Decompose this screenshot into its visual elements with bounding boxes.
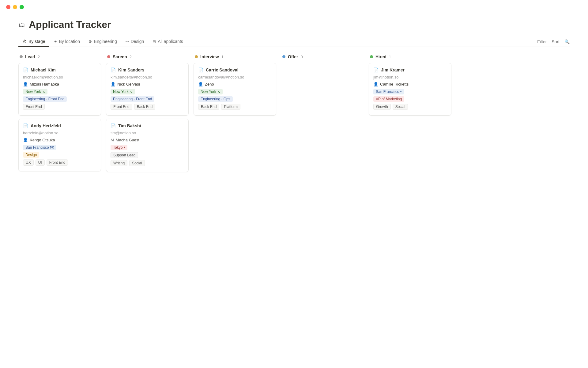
card-tim-bakshi[interactable]: 📄 Tim Bakshi tim@notion.so M Macha Guest… <box>106 119 189 172</box>
interview-column-name: Interview <box>200 54 219 59</box>
screen-dot <box>107 55 110 58</box>
skills-row: Back End Platform <box>198 104 272 110</box>
tags-row: San Francisco 🗺 <box>23 145 96 150</box>
offer-dot <box>282 55 285 58</box>
column-screen-header: Screen 2 <box>106 54 189 59</box>
skill-tag[interactable]: Front End <box>23 104 45 110</box>
role-tag[interactable]: VP of Marketing <box>373 96 404 102</box>
skill-tag[interactable]: UI <box>36 159 45 166</box>
screen-column-name: Screen <box>113 54 127 59</box>
column-offer: Offer 0 <box>281 54 364 175</box>
location-tag[interactable]: New York ↘ <box>23 89 47 94</box>
role-row: Engineering - Front End <box>23 96 96 102</box>
role-row: Design <box>23 152 96 158</box>
card-person-row: M Macha Guest <box>111 138 184 142</box>
column-interview-header: Interview 1 <box>194 54 276 59</box>
card-email: hertzfeld@notion.so <box>23 131 96 135</box>
skill-tag[interactable]: Back End <box>198 104 219 110</box>
skill-tag[interactable]: UX <box>23 159 34 166</box>
filter-button[interactable]: Filter <box>537 39 547 44</box>
doc-icon: 📄 <box>23 67 28 72</box>
card-andy-hertzfeld[interactable]: 📄 Andy Hertzfeld hertzfeld@notion.so 👤 K… <box>18 119 101 171</box>
tab-bar-right: Filter Sort 🔍 <box>537 39 570 44</box>
role-tag[interactable]: Design <box>23 152 39 158</box>
location-tag[interactable]: New York ↘ <box>111 89 135 94</box>
card-jim-kramer[interactable]: 📄 Jim Kramer jim@notion.so 👤 Camille Ric… <box>369 63 451 116</box>
search-button[interactable]: 🔍 <box>564 39 570 44</box>
location-tag[interactable]: San Francisco • <box>373 89 404 94</box>
skill-tag[interactable]: Growth <box>373 104 391 110</box>
tab-engineering[interactable]: ⚙ Engineering <box>84 36 121 47</box>
close-button[interactable] <box>6 5 10 9</box>
tab-design-label: Design <box>131 39 144 44</box>
sort-button[interactable]: Sort <box>552 39 560 44</box>
doc-icon: 📄 <box>198 67 203 72</box>
skill-tag[interactable]: Back End <box>134 104 155 110</box>
card-michael-kim[interactable]: 📄 Michael Kim michaelkim@notion.so 👤 Miz… <box>18 63 101 116</box>
doc-icon: 📄 <box>373 67 379 72</box>
skill-tag[interactable]: Social <box>129 160 145 166</box>
location-tag[interactable]: San Francisco 🗺 <box>23 145 56 150</box>
page: 🗂 Applicant Tracker ⏱ By stage ✈ By loca… <box>0 9 588 181</box>
card-kim-sanders[interactable]: 📄 Kim Sanders kim.sanders@notion.so 👤 Ni… <box>106 63 189 116</box>
card-name: Kim Sanders <box>118 67 145 72</box>
design-icon: ✏ <box>126 39 129 44</box>
lead-column-count: 2 <box>38 55 40 59</box>
location-tag[interactable]: Tokyo • <box>111 145 127 150</box>
tab-bar: ⏱ By stage ✈ By location ⚙ Engineering ✏… <box>18 36 570 47</box>
tags-row: Tokyo • <box>111 145 184 150</box>
minimize-button[interactable] <box>13 5 17 9</box>
role-tag[interactable]: Support Lead <box>111 152 138 158</box>
column-interview: Interview 1 📄 Carrie Sandoval carriesand… <box>194 54 276 175</box>
by-location-icon: ✈ <box>54 39 57 44</box>
card-email: jim@notion.so <box>373 75 447 79</box>
tab-by-stage[interactable]: ⏱ By stage <box>18 36 49 47</box>
role-row: Engineering - Front End <box>111 96 184 102</box>
skills-row: UX UI Front End <box>23 159 96 166</box>
column-hired: Hired 1 📄 Jim Kramer jim@notion.so 👤 Cam… <box>369 54 451 175</box>
skills-row: Writing Social <box>111 160 184 166</box>
tab-by-location[interactable]: ✈ By location <box>49 36 84 47</box>
card-email: kim.sanders@notion.so <box>111 75 184 79</box>
location-tag[interactable]: New York ↘ <box>198 89 223 94</box>
card-carrie-sandoval[interactable]: 📄 Carrie Sandoval carriesandoval@notion.… <box>194 63 276 116</box>
skill-tag[interactable]: Social <box>393 104 408 110</box>
tab-all-applicants-label: All applicants <box>158 39 183 44</box>
card-person: Macha Guest <box>116 138 139 142</box>
skill-tag[interactable]: Platform <box>221 104 240 110</box>
card-person-row: 👤 Nick Gervasi <box>111 82 184 86</box>
role-row: Engineering - Ops <box>198 96 272 102</box>
card-title-row: 📄 Carrie Sandoval <box>198 67 272 72</box>
skills-row: Growth Social <box>373 104 447 110</box>
tab-design[interactable]: ✏ Design <box>121 36 149 47</box>
role-tag[interactable]: Engineering - Front End <box>23 96 67 102</box>
role-tag[interactable]: Engineering - Front End <box>111 96 154 102</box>
maximize-button[interactable] <box>20 5 24 9</box>
doc-icon: 📄 <box>111 67 116 72</box>
offer-column-name: Offer <box>288 54 298 59</box>
lead-dot <box>20 55 23 58</box>
tab-bar-left: ⏱ By stage ✈ By location ⚙ Engineering ✏… <box>18 36 537 47</box>
tab-all-applicants[interactable]: ⊞ All applicants <box>148 36 187 47</box>
by-stage-icon: ⏱ <box>23 39 27 44</box>
skill-tag[interactable]: Front End <box>111 104 132 110</box>
engineering-icon: ⚙ <box>89 39 92 44</box>
card-person: Nick Gervasi <box>117 82 140 86</box>
skill-tag[interactable]: Writing <box>111 160 127 166</box>
kanban-board: Lead 2 📄 Michael Kim michaelkim@notion.s… <box>18 54 570 181</box>
card-person-row: 👤 Mizuki Hamaoka <box>23 82 96 86</box>
hired-column-count: 1 <box>389 55 391 59</box>
lead-column-name: Lead <box>25 54 35 59</box>
card-title-row: 📄 Kim Sanders <box>111 67 184 72</box>
column-lead: Lead 2 📄 Michael Kim michaelkim@notion.s… <box>18 54 101 175</box>
skills-row: Front End <box>23 104 96 110</box>
role-row: Support Lead <box>111 152 184 158</box>
skill-tag[interactable]: Front End <box>47 159 68 166</box>
column-lead-header: Lead 2 <box>18 54 101 59</box>
tags-row: New York ↘ <box>198 89 272 94</box>
card-email: tim@notion.so <box>111 131 184 135</box>
column-hired-header: Hired 1 <box>369 54 451 59</box>
card-person-row: 👤 Zeno <box>198 82 272 86</box>
role-tag[interactable]: Engineering - Ops <box>198 96 233 102</box>
card-person: Zeno <box>205 82 214 86</box>
